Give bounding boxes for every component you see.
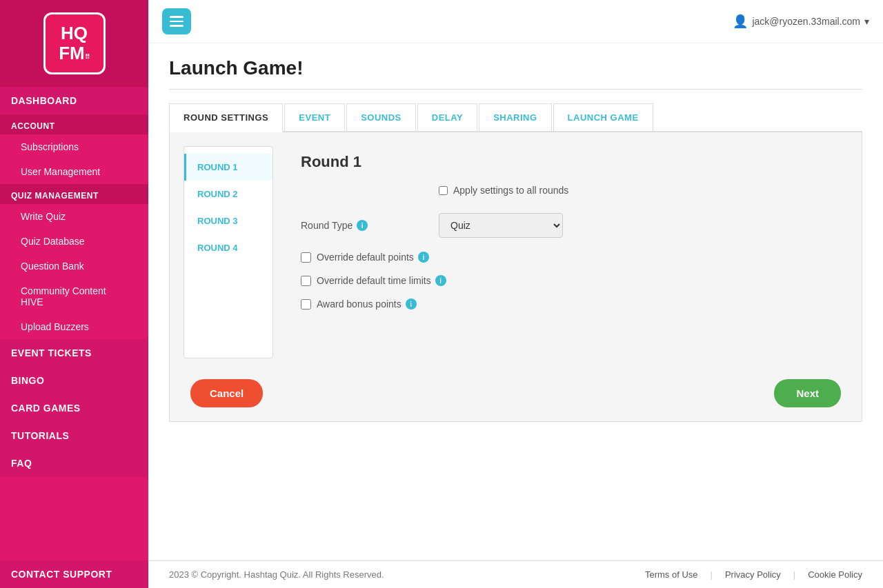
sidebar-item-community-content-hive[interactable]: Community Content HIVE: [0, 278, 148, 314]
sidebar-section-quiz-management: QUIZ MANAGEMENT: [0, 184, 148, 204]
override-time-row: Override default time limits i: [301, 275, 834, 286]
page-title: Launch Game!: [169, 57, 862, 79]
footer-links: Terms of Use | Privacy Policy | Cookie P…: [645, 569, 862, 580]
override-time-info-icon[interactable]: i: [435, 275, 446, 286]
sidebar-item-user-management[interactable]: User Management: [0, 159, 148, 184]
cancel-button[interactable]: Cancel: [190, 379, 263, 407]
sidebar-item-question-bank[interactable]: Question Bank: [0, 254, 148, 278]
menu-button[interactable]: [162, 8, 191, 34]
topbar: 👤 jack@ryozen.33mail.com ▾: [148, 0, 883, 43]
apply-all-row: Apply settings to all rounds: [439, 185, 834, 196]
round-item-2[interactable]: ROUND 2: [184, 181, 272, 207]
page-content-area: Launch Game! ROUND SETTINGS EVENT SOUNDS…: [148, 43, 883, 560]
award-bonus-row: Award bonus points i: [301, 298, 834, 310]
sidebar-item-contact-support[interactable]: Contact Support: [0, 560, 148, 588]
award-bonus-checkbox[interactable]: [301, 299, 311, 310]
override-time-checkbox[interactable]: [301, 276, 311, 286]
override-points-checkbox[interactable]: [301, 252, 311, 263]
footer-sep-1: |: [711, 569, 713, 580]
sidebar-item-bingo[interactable]: Bingo: [0, 367, 148, 394]
round-item-3[interactable]: ROUND 3: [184, 207, 272, 234]
round-type-row: Round Type i Quiz Picture Round Music Ro…: [301, 213, 834, 238]
override-points-label[interactable]: Override default points i: [317, 252, 429, 263]
sidebar-item-write-quiz[interactable]: Write Quiz: [0, 204, 148, 229]
footer-privacy[interactable]: Privacy Policy: [725, 569, 781, 580]
menu-line-1: [170, 16, 183, 18]
sidebar-item-subscriptions[interactable]: Subscriptions: [0, 134, 148, 159]
apply-all-checkbox[interactable]: [439, 186, 448, 195]
footer-copyright: 2023 © Copyright. Hashtag Quiz. All Righ…: [169, 569, 384, 580]
user-info[interactable]: 👤 jack@ryozen.33mail.com ▾: [733, 14, 869, 29]
apply-all-label[interactable]: Apply settings to all rounds: [453, 185, 568, 196]
logo-box: HQFM⠿: [43, 12, 106, 74]
dropdown-icon: ▾: [864, 16, 869, 27]
sidebar-item-upload-buzzers[interactable]: Upload Buzzers: [0, 314, 148, 339]
override-time-label[interactable]: Override default time limits i: [317, 275, 446, 286]
page-divider: [169, 89, 862, 90]
sidebar-item-card-games[interactable]: Card Games: [0, 394, 148, 422]
tab-event[interactable]: EVENT: [284, 103, 345, 131]
footer-sep-2: |: [793, 569, 795, 580]
sidebar-item-event-tickets[interactable]: Event Tickets: [0, 339, 148, 367]
award-bonus-label[interactable]: Award bonus points i: [317, 298, 417, 310]
round-type-select[interactable]: Quiz Picture Round Music Round Lightning…: [439, 213, 563, 238]
sidebar-item-dashboard[interactable]: Dashboard: [0, 87, 148, 114]
menu-line-2: [170, 21, 183, 23]
sidebar-section-account: ACCOUNT: [0, 114, 148, 134]
sidebar-logo: HQFM⠿: [0, 0, 148, 87]
main-content: 👤 jack@ryozen.33mail.com ▾ Launch Game! …: [148, 0, 883, 588]
game-panel-inner: ROUND 1 ROUND 2 ROUND 3 ROUND 4 Round 1 …: [183, 146, 848, 358]
logo-text: HQFM⠿: [59, 23, 90, 63]
sidebar-item-quiz-database[interactable]: Quiz Database: [0, 229, 148, 254]
round-item-1[interactable]: ROUND 1: [184, 154, 272, 181]
menu-line-3: [170, 25, 183, 27]
rounds-list: ROUND 1 ROUND 2 ROUND 3 ROUND 4: [183, 146, 273, 358]
tabs-bar: ROUND SETTINGS EVENT SOUNDS DELAY SHARIN…: [169, 103, 862, 132]
tab-launch-game[interactable]: LAUNCH GAME: [553, 103, 653, 131]
user-icon: 👤: [733, 14, 748, 29]
round-item-4[interactable]: ROUND 4: [184, 234, 272, 261]
sidebar: HQFM⠿ Dashboard ACCOUNT Subscriptions Us…: [0, 0, 148, 588]
sidebar-item-faq[interactable]: FAQ: [0, 449, 148, 477]
round-title: Round 1: [301, 153, 834, 171]
footer: 2023 © Copyright. Hashtag Quiz. All Righ…: [148, 560, 883, 588]
tab-delay[interactable]: DELAY: [417, 103, 477, 131]
round-type-label: Round Type i: [301, 220, 439, 231]
footer-terms[interactable]: Terms of Use: [645, 569, 698, 580]
tab-sharing[interactable]: SHARING: [479, 103, 551, 131]
tab-round-settings[interactable]: ROUND SETTINGS: [169, 103, 283, 132]
panel-footer: Cancel Next: [183, 379, 848, 407]
footer-cookie[interactable]: Cookie Policy: [808, 569, 862, 580]
game-panel: ROUND 1 ROUND 2 ROUND 3 ROUND 4 Round 1 …: [169, 132, 862, 422]
sidebar-item-tutorials[interactable]: Tutorials: [0, 422, 148, 449]
user-email: jack@ryozen.33mail.com: [752, 16, 860, 27]
award-bonus-info-icon[interactable]: i: [406, 298, 417, 310]
round-type-info-icon[interactable]: i: [357, 220, 368, 231]
next-button[interactable]: Next: [774, 379, 841, 407]
round-settings-panel: Round 1 Apply settings to all rounds Rou…: [287, 146, 848, 358]
override-points-info-icon[interactable]: i: [418, 252, 429, 263]
override-points-row: Override default points i: [301, 252, 834, 263]
tab-sounds[interactable]: SOUNDS: [346, 103, 416, 131]
